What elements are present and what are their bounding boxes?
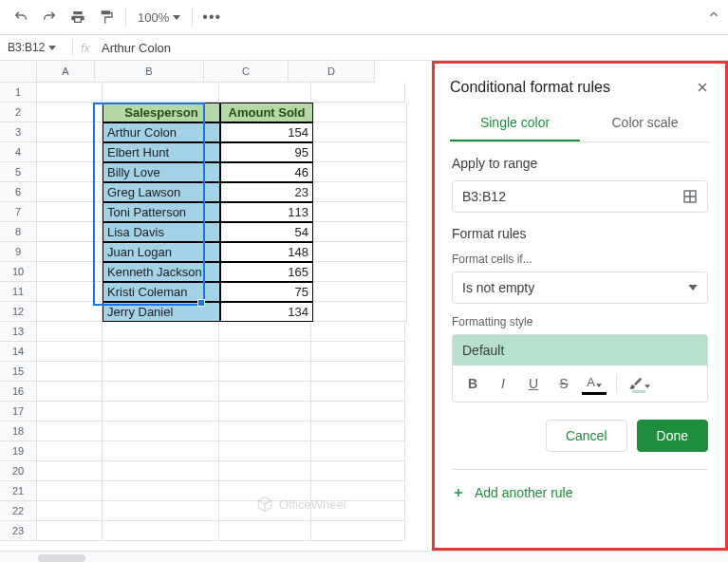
row-header[interactable]: 15	[0, 362, 37, 382]
column-header[interactable]: C	[204, 61, 289, 83]
cell[interactable]	[37, 342, 103, 362]
cell[interactable]	[37, 402, 103, 422]
cell[interactable]	[37, 282, 103, 302]
cell[interactable]	[37, 182, 103, 202]
cell[interactable]	[219, 461, 311, 481]
select-all-corner[interactable]	[0, 61, 37, 83]
row-header[interactable]: 18	[0, 422, 37, 441]
condition-dropdown[interactable]: Is not empty	[452, 272, 708, 304]
cell[interactable]: Amount Sold	[220, 103, 313, 122]
cell[interactable]	[311, 382, 405, 402]
row-header[interactable]: 11	[0, 282, 37, 302]
cell[interactable]	[219, 422, 311, 441]
redo-icon[interactable]	[36, 4, 63, 30]
cell[interactable]	[313, 142, 407, 162]
cell[interactable]: 75	[220, 282, 313, 302]
cell[interactable]: Toni Patterson	[103, 202, 220, 222]
collapse-toolbar-icon[interactable]	[707, 8, 720, 21]
cell[interactable]: Lisa Davis	[103, 222, 220, 242]
more-icon[interactable]: •••	[198, 4, 225, 30]
cell[interactable]: 165	[220, 262, 313, 282]
cell[interactable]	[37, 122, 103, 142]
cell[interactable]: 113	[220, 202, 313, 222]
horizontal-scrollbar[interactable]	[0, 551, 728, 562]
cell[interactable]	[37, 441, 103, 461]
cell[interactable]	[37, 103, 103, 122]
cell[interactable]	[311, 422, 405, 441]
cell[interactable]	[219, 382, 311, 402]
cell[interactable]	[313, 302, 407, 322]
cell[interactable]	[37, 501, 103, 521]
cell[interactable]	[37, 242, 103, 262]
row-header[interactable]: 22	[0, 501, 37, 521]
cell[interactable]	[103, 83, 219, 103]
text-color-button[interactable]: A	[582, 373, 607, 395]
cell[interactable]	[311, 362, 405, 382]
row-header[interactable]: 13	[0, 322, 37, 342]
cell[interactable]	[311, 342, 405, 362]
cell[interactable]	[311, 521, 405, 541]
cell[interactable]: 148	[220, 242, 313, 262]
cell[interactable]: 46	[220, 162, 313, 182]
cell[interactable]: Elbert Hunt	[103, 142, 220, 162]
cell[interactable]	[219, 441, 311, 461]
selection-handle[interactable]	[197, 299, 205, 307]
cell[interactable]	[37, 481, 103, 501]
cell[interactable]	[103, 402, 219, 422]
row-header[interactable]: 7	[0, 202, 37, 222]
cell[interactable]	[313, 202, 407, 222]
row-header[interactable]: 20	[0, 461, 37, 481]
cell[interactable]: 54	[220, 222, 313, 242]
close-icon[interactable]	[695, 80, 710, 95]
print-icon[interactable]	[65, 4, 91, 30]
cell[interactable]	[219, 402, 311, 422]
cell[interactable]	[103, 521, 219, 541]
cell[interactable]	[313, 222, 407, 242]
cell[interactable]	[37, 262, 103, 282]
bold-button[interactable]: B	[460, 371, 485, 396]
cell[interactable]	[37, 142, 103, 162]
cell[interactable]	[37, 322, 103, 342]
row-header[interactable]: 12	[0, 302, 37, 322]
spreadsheet-grid[interactable]: ABCD 12SalespersonAmount Sold3Arthur Col…	[0, 61, 432, 551]
row-header[interactable]: 17	[0, 402, 37, 422]
cell[interactable]	[103, 461, 219, 481]
row-header[interactable]: 2	[0, 103, 37, 122]
tab-single-color[interactable]: Single color	[450, 105, 580, 141]
cell[interactable]	[103, 322, 219, 342]
cell[interactable]: Salesperson	[103, 103, 220, 122]
add-another-rule-button[interactable]: Add another rule	[435, 470, 725, 515]
row-header[interactable]: 19	[0, 441, 37, 461]
cancel-button[interactable]: Cancel	[546, 420, 627, 452]
cell[interactable]	[37, 461, 103, 481]
cell[interactable]	[103, 481, 219, 501]
cell[interactable]	[313, 182, 407, 202]
cell[interactable]	[37, 302, 103, 322]
cell[interactable]	[37, 162, 103, 182]
row-header[interactable]: 8	[0, 222, 37, 242]
row-header[interactable]: 16	[0, 382, 37, 402]
italic-button[interactable]: I	[491, 371, 515, 396]
cell[interactable]	[219, 362, 311, 382]
cell[interactable]	[311, 461, 405, 481]
cell[interactable]	[313, 262, 407, 282]
row-header[interactable]: 21	[0, 481, 37, 501]
name-box[interactable]: B3:B12	[8, 41, 65, 54]
column-header[interactable]: A	[37, 61, 95, 83]
cell[interactable]: Kenneth Jackson	[103, 262, 220, 282]
cell[interactable]: 95	[220, 142, 313, 162]
cell[interactable]: Arthur Colon	[103, 122, 220, 142]
cell[interactable]	[311, 322, 405, 342]
underline-button[interactable]: U	[521, 371, 546, 396]
cell[interactable]	[37, 422, 103, 441]
cell[interactable]: Juan Logan	[103, 242, 220, 262]
cell[interactable]	[311, 402, 405, 422]
cell[interactable]	[219, 322, 311, 342]
cell[interactable]	[313, 103, 407, 122]
cell[interactable]: 154	[220, 122, 313, 142]
strikethrough-button[interactable]: S	[551, 371, 576, 396]
cell[interactable]	[103, 382, 219, 402]
row-header[interactable]: 6	[0, 182, 37, 202]
formula-input[interactable]: Arthur Colon	[102, 41, 720, 55]
select-range-icon[interactable]	[682, 189, 698, 204]
